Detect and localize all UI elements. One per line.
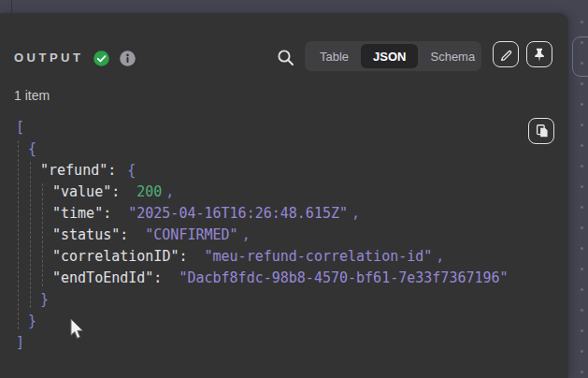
json-token-punct: [ bbox=[16, 119, 24, 136]
output-panel: OUTPUT TableJSONSchema 1 item bbox=[0, 13, 568, 378]
success-check-icon bbox=[93, 51, 109, 66]
copy-icon bbox=[535, 124, 549, 138]
canvas-dot bbox=[581, 350, 583, 353]
panel-title: OUTPUT bbox=[14, 51, 83, 65]
json-token-punct: } bbox=[28, 313, 36, 329]
canvas-dot bbox=[581, 226, 583, 229]
json-token-comma: , bbox=[351, 205, 360, 222]
view-mode-tab-schema[interactable]: Schema bbox=[418, 44, 487, 68]
json-token-punct: ] bbox=[16, 334, 24, 351]
json-token-string: "CONFIRMED" bbox=[145, 226, 237, 243]
canvas-dot bbox=[581, 309, 583, 312]
view-mode-tab-json[interactable]: JSON bbox=[361, 44, 418, 68]
json-token-key: "time": bbox=[52, 205, 111, 222]
json-line: } bbox=[0, 289, 523, 311]
canvas-dot bbox=[581, 124, 583, 126]
json-token-key: "value": bbox=[52, 183, 120, 200]
json-token-key: "endToEndId": bbox=[52, 269, 162, 286]
json-token-comma: , bbox=[436, 248, 444, 265]
json-line: "refund":{ bbox=[0, 160, 523, 182]
json-token-number: 200 bbox=[136, 183, 162, 200]
canvas-dot bbox=[581, 82, 583, 85]
json-token-key: "refund": bbox=[40, 162, 116, 179]
json-token-string: "meu-refund-correlation-id" bbox=[205, 248, 433, 265]
canvas-dot bbox=[581, 144, 583, 147]
info-icon[interactable] bbox=[120, 51, 136, 66]
item-count: 1 item bbox=[14, 88, 50, 103]
json-line: "time":"2025-04-16T16:26:48.615Z", bbox=[0, 203, 523, 225]
json-token-key: "status": bbox=[52, 226, 128, 243]
json-token-punct: { bbox=[127, 162, 136, 179]
canvas-dot bbox=[581, 247, 583, 250]
json-line: ] bbox=[0, 332, 523, 354]
json-line: } bbox=[0, 311, 523, 332]
view-mode-switch: TableJSONSchema bbox=[305, 41, 481, 71]
json-token-comma: , bbox=[165, 183, 174, 200]
canvas-dot bbox=[581, 185, 583, 188]
json-line: "status":"CONFIRMED", bbox=[0, 225, 523, 246]
json-line: "endToEndId":"Dacbf8fdc-98b8-4570-bf61-7… bbox=[0, 268, 523, 289]
pin-output-button[interactable] bbox=[526, 41, 552, 67]
canvas-dot bbox=[581, 21, 583, 23]
search-icon[interactable] bbox=[277, 49, 294, 66]
n8n-output-panel-screen: OUTPUT TableJSONSchema 1 item bbox=[0, 0, 588, 378]
canvas-dot bbox=[581, 268, 583, 270]
json-token-punct: } bbox=[40, 291, 49, 308]
json-token-comma: , bbox=[242, 226, 251, 243]
edit-output-button[interactable] bbox=[493, 41, 519, 67]
copy-output-button[interactable] bbox=[528, 118, 554, 144]
json-line: "correlationID":"meu-refund-correlation-… bbox=[0, 246, 523, 268]
canvas-dot bbox=[581, 329, 583, 332]
pencil-icon bbox=[499, 48, 513, 62]
json-line: [ bbox=[0, 117, 523, 138]
canvas-dot bbox=[581, 41, 583, 44]
canvas-dot bbox=[581, 103, 583, 106]
json-line: "value":200, bbox=[0, 182, 523, 203]
pin-icon bbox=[533, 48, 546, 62]
canvas-dot bbox=[581, 165, 583, 167]
json-token-string: "Dacbf8fdc-98b8-4570-bf61-7e33f7367196" bbox=[179, 269, 508, 286]
canvas-dot bbox=[581, 62, 583, 65]
json-tree[interactable]: [{"refund":{"value":200,"time":"2025-04-… bbox=[0, 117, 523, 354]
view-mode-tab-table[interactable]: Table bbox=[308, 44, 361, 68]
canvas-dot bbox=[581, 206, 583, 209]
canvas-dot bbox=[581, 288, 583, 291]
canvas-dot bbox=[581, 371, 583, 373]
json-token-string: "2025-04-16T16:26:48.615Z" bbox=[128, 205, 348, 222]
json-line: { bbox=[0, 138, 523, 160]
json-token-punct: { bbox=[28, 140, 36, 157]
json-token-key: "correlationID": bbox=[52, 248, 188, 265]
canvas-seam bbox=[11, 0, 12, 13]
